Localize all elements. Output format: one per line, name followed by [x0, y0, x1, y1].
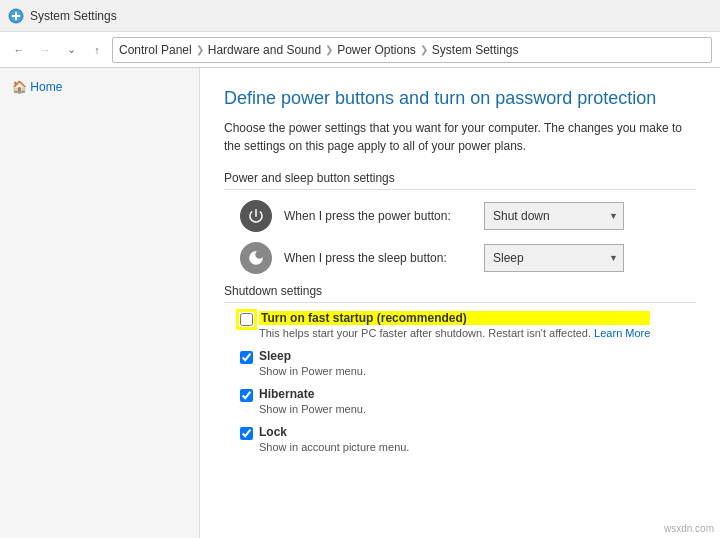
power-button-dropdown-wrapper: Do nothing Sleep Hibernate Shut down Tur… [484, 202, 624, 230]
breadcrumb-system-settings: System Settings [432, 43, 519, 57]
breadcrumb-power-options[interactable]: Power Options [337, 43, 416, 57]
window-title: System Settings [30, 9, 117, 23]
sleep-label: Sleep [259, 349, 366, 363]
sidebar-item-home[interactable]: 🏠 Home [0, 76, 199, 98]
breadcrumb-control-panel[interactable]: Control Panel [119, 43, 192, 57]
hibernate-container: Hibernate Show in Power menu. [240, 387, 366, 415]
power-button-dropdown[interactable]: Do nothing Sleep Hibernate Shut down Tur… [484, 202, 624, 230]
breadcrumb-hardware-sound[interactable]: Hardware and Sound [208, 43, 321, 57]
watermark: wsxdn.com [664, 523, 714, 534]
breadcrumb-path: Control Panel ❯ Hardware and Sound ❯ Pow… [112, 37, 712, 63]
sleep-label-group: Sleep Show in Power menu. [259, 349, 366, 377]
up-button[interactable]: ↑ [86, 39, 108, 61]
title-bar: System Settings [0, 0, 720, 32]
power-button-label: When I press the power button: [284, 209, 484, 223]
sleep-sublabel: Show in Power menu. [259, 365, 366, 377]
dropdown-button[interactable]: ⌄ [60, 39, 82, 61]
sleep-container: Sleep Show in Power menu. [240, 349, 366, 377]
hibernate-label: Hibernate [259, 387, 366, 401]
lock-checkbox[interactable] [240, 427, 253, 440]
power-button-row: When I press the power button: Do nothin… [224, 200, 696, 232]
sleep-button-icon [240, 242, 272, 274]
learn-more-link[interactable]: Learn More [594, 327, 650, 339]
fast-startup-sublabel: This helps start your PC faster after sh… [259, 327, 650, 339]
sleep-button-row: When I press the sleep button: Do nothin… [224, 242, 696, 274]
shutdown-section-label: Shutdown settings [224, 284, 696, 303]
sidebar: 🏠 Home [0, 68, 200, 538]
fast-startup-checkbox[interactable] [240, 313, 253, 326]
main-layout: 🏠 Home Define power buttons and turn on … [0, 68, 720, 538]
window-icon [8, 8, 24, 24]
lock-label: Lock [259, 425, 409, 439]
page-title: Define power buttons and turn on passwor… [224, 88, 696, 109]
fast-startup-container: Turn on fast startup (recommended) This … [240, 311, 650, 339]
lock-label-group: Lock Show in account picture menu. [259, 425, 409, 453]
power-button-icon [240, 200, 272, 232]
page-description: Choose the power settings that you want … [224, 119, 696, 155]
lock-row: Lock Show in account picture menu. [224, 425, 696, 453]
sleep-button-dropdown[interactable]: Do nothing Sleep Hibernate Shut down Tur… [484, 244, 624, 272]
sleep-row: Sleep Show in Power menu. [224, 349, 696, 377]
main-content: Define power buttons and turn on passwor… [200, 68, 720, 538]
hibernate-checkbox[interactable] [240, 389, 253, 402]
back-button[interactable]: ← [8, 39, 30, 61]
sleep-button-label: When I press the sleep button: [284, 251, 484, 265]
sleep-button-dropdown-wrapper: Do nothing Sleep Hibernate Shut down Tur… [484, 244, 624, 272]
hibernate-label-group: Hibernate Show in Power menu. [259, 387, 366, 415]
hibernate-row: Hibernate Show in Power menu. [224, 387, 696, 415]
fast-startup-row: Turn on fast startup (recommended) This … [224, 311, 696, 339]
lock-sublabel: Show in account picture menu. [259, 441, 409, 453]
fast-startup-label-group: Turn on fast startup (recommended) This … [259, 311, 650, 339]
sleep-checkbox[interactable] [240, 351, 253, 364]
hibernate-sublabel: Show in Power menu. [259, 403, 366, 415]
forward-button[interactable]: → [34, 39, 56, 61]
lock-container: Lock Show in account picture menu. [240, 425, 409, 453]
fast-startup-label: Turn on fast startup (recommended) [259, 311, 650, 325]
power-sleep-section-label: Power and sleep button settings [224, 171, 696, 190]
address-bar: ← → ⌄ ↑ Control Panel ❯ Hardware and Sou… [0, 32, 720, 68]
svg-rect-2 [15, 12, 17, 20]
